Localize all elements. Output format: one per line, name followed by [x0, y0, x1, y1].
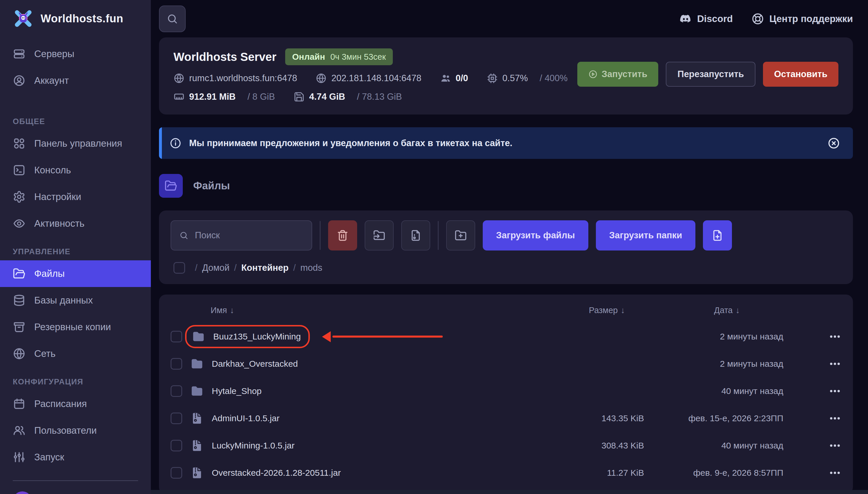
brand[interactable]: Worldhosts.fun	[0, 8, 151, 29]
support-center-link[interactable]: Центр поддержки	[751, 13, 853, 25]
account-row[interactable]: OJ Аккаунт	[0, 484, 151, 494]
gear-icon	[13, 190, 25, 203]
sidebar-item-account[interactable]: Аккаунт	[0, 67, 151, 94]
stop-button[interactable]: Остановить	[763, 62, 838, 87]
sidebar-item-databases[interactable]: Базы данных	[0, 287, 151, 314]
sidebar-item-servers[interactable]: Серверы	[0, 41, 151, 67]
globe-icon	[13, 347, 25, 360]
row-checkbox[interactable]	[171, 413, 182, 424]
server-disk: 4.74 GiB / 78.13 GiB	[294, 91, 402, 102]
annotation-arrow	[332, 336, 443, 338]
delete-button[interactable]	[328, 220, 357, 250]
new-file-button[interactable]	[703, 220, 732, 250]
sidebar-item-files[interactable]: Файлы	[0, 260, 151, 287]
table-row[interactable]: Hytale_Shop 40 минут назад	[171, 378, 841, 405]
file-name[interactable]: AdminUI-1.0.5.jar	[212, 413, 279, 423]
file-table-card: Имя↓ Размер↓ Дата↓ Buuz135_LuckyMining 2…	[159, 294, 853, 494]
sidebar: Worldhosts.fun Серверы Аккаунт ОБЩЕЕ Пан…	[0, 0, 151, 494]
breadcrumb-mods[interactable]: mods	[300, 263, 322, 273]
files-tile	[159, 174, 183, 198]
table-row[interactable]: LuckyMining-1.0.5.jar 308.43 KiB 40 мину…	[171, 432, 841, 459]
row-checkbox[interactable]	[171, 358, 182, 369]
search-icon	[179, 230, 188, 241]
memory-icon	[173, 91, 185, 102]
row-menu-button[interactable]	[829, 358, 841, 370]
brand-logo-icon	[13, 8, 34, 29]
file-date: фев. 15-е, 2026 2:23ПП	[644, 413, 783, 423]
table-row[interactable]: AdminUI-1.0.5.jar 143.35 KiB фев. 15-е, …	[171, 405, 841, 432]
sidebar-item-users[interactable]: Пользователи	[0, 417, 151, 444]
file-name[interactable]: Buuz135_LuckyMining	[213, 332, 301, 342]
folder-open-icon	[13, 267, 25, 280]
file-plus-icon	[712, 229, 723, 242]
row-menu-button[interactable]	[829, 467, 841, 479]
restart-button[interactable]: Перезапустить	[666, 62, 755, 87]
server-stats-row-1: rumc1.worldhosts.fun:6478 202.181.148.10…	[173, 73, 568, 84]
files-section-title: Файлы	[193, 180, 230, 192]
upload-folders-button[interactable]: Загрузить папки	[596, 220, 696, 250]
row-checkbox[interactable]	[171, 440, 182, 451]
server-players: 0/0	[440, 73, 468, 84]
toolbar-divider	[320, 221, 320, 250]
status-label: Онлайн	[292, 52, 325, 62]
file-archive-icon	[190, 412, 204, 425]
file-date: 40 минут назад	[644, 386, 783, 396]
sidebar-item-network[interactable]: Сеть	[0, 340, 151, 367]
sidebar-item-dashboard[interactable]: Панель управления	[0, 130, 151, 157]
trash-icon	[336, 229, 349, 242]
file-name[interactable]: Darkhax_Overstacked	[212, 359, 298, 369]
archive-button[interactable]	[401, 220, 430, 250]
sidebar-item-backups[interactable]: Резервные копии	[0, 314, 151, 340]
move-button[interactable]	[365, 220, 394, 250]
avatar[interactable]: OJ	[13, 491, 32, 494]
file-name[interactable]: Overstacked-2026.1.28-20511.jar	[212, 468, 341, 478]
column-date[interactable]: Дата↓	[644, 306, 783, 315]
file-archive-icon	[190, 466, 204, 479]
upload-files-button[interactable]: Загрузить файлы	[483, 220, 588, 250]
grid-icon	[13, 137, 25, 150]
globe-icon	[173, 73, 185, 84]
row-menu-button[interactable]	[829, 412, 841, 425]
breadcrumb-container[interactable]: Контейнер	[241, 263, 289, 273]
new-folder-button[interactable]	[446, 220, 475, 250]
close-icon[interactable]	[827, 137, 840, 150]
sort-arrow-icon: ↓	[736, 306, 740, 315]
files-toolbar-panel: Загрузить файлы Загрузить папки / Домой …	[159, 210, 853, 284]
file-name[interactable]: Hytale_Shop	[212, 386, 262, 396]
server-memory: 912.91 MiB / 8 GiB	[173, 91, 275, 102]
lifebuoy-icon	[751, 13, 764, 25]
column-name[interactable]: Имя↓	[171, 306, 557, 315]
sidebar-item-schedules[interactable]: Расписания	[0, 391, 151, 417]
sort-arrow-icon: ↓	[621, 306, 625, 315]
row-menu-button[interactable]	[829, 439, 841, 452]
discord-link[interactable]: Discord	[679, 13, 733, 25]
column-size[interactable]: Размер↓	[557, 306, 644, 315]
folder-icon	[192, 330, 205, 343]
discord-icon	[679, 13, 692, 25]
table-row[interactable]: Overstacked-2026.1.28-20511.jar 11.27 Ki…	[171, 459, 841, 487]
row-menu-button[interactable]	[829, 330, 841, 343]
sidebar-item-settings[interactable]: Настройки	[0, 184, 151, 210]
table-row[interactable]: Darkhax_Overstacked 2 минуты назад	[171, 350, 841, 378]
breadcrumb-home[interactable]: Домой	[202, 263, 229, 273]
eye-icon	[13, 217, 25, 230]
uptime-label: 0ч 3мин 53сек	[330, 52, 386, 62]
row-menu-button[interactable]	[829, 385, 841, 397]
sidebar-item-startup[interactable]: Запуск	[0, 444, 151, 471]
server-title: Worldhosts Server	[173, 51, 276, 63]
table-row[interactable]: Buuz135_LuckyMining 2 минуты назад	[171, 323, 841, 350]
select-all-checkbox[interactable]	[173, 262, 185, 274]
folder-plus-icon	[455, 229, 467, 242]
start-button[interactable]: Запустить	[577, 62, 659, 87]
sidebar-item-activity[interactable]: Активность	[0, 210, 151, 237]
file-name[interactable]: LuckyMining-1.0.5.jar	[212, 441, 294, 451]
file-search[interactable]	[171, 220, 312, 250]
table-header: Имя↓ Размер↓ Дата↓	[171, 298, 841, 323]
sidebar-item-console[interactable]: Консоль	[0, 157, 151, 184]
file-search-input[interactable]	[195, 230, 303, 241]
footer-strip	[151, 490, 868, 494]
global-search-button[interactable]	[159, 5, 186, 32]
row-checkbox[interactable]	[171, 385, 182, 397]
row-checkbox[interactable]	[171, 467, 182, 479]
row-checkbox[interactable]	[171, 331, 182, 342]
